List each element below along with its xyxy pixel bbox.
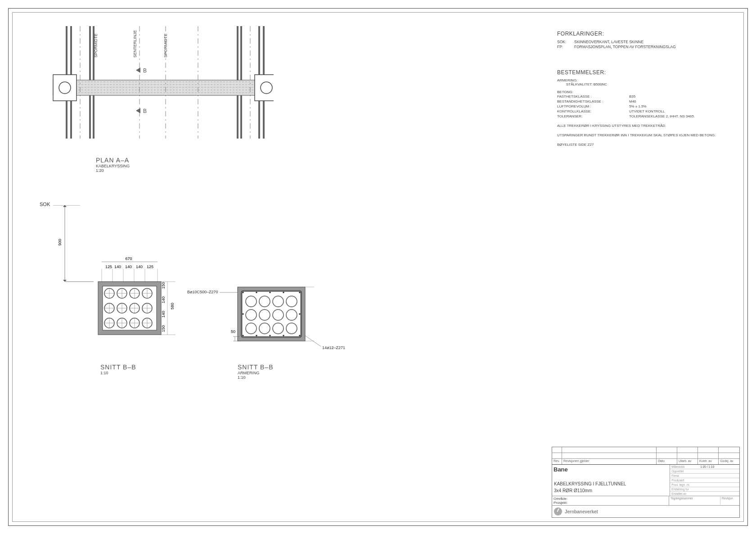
svg-point-95 [269,292,271,293]
plan-view: B B SPORMIDTE SENTERLINJE SPORMIDTE [40,26,274,139]
forklaringer-heading: FORKLARINGER: [557,31,746,37]
svg-rect-8 [53,80,274,95]
svg-text:50: 50 [231,329,235,334]
svg-text:140: 140 [114,265,121,269]
svg-point-105 [246,296,256,307]
drawing-title-2: 3x4 RØR Ø110mm [552,487,670,494]
svg-rect-14 [53,75,76,101]
svg-point-113 [246,323,256,334]
rebar-label-left: Bø10C500–Z270 [187,290,218,294]
svg-text:670: 670 [125,256,132,261]
svg-text:140: 140 [125,265,132,269]
jernbaneverket-logo-icon [554,507,562,516]
plan-title-block: PLAN A–A KABELKRYSSING 1:20 [96,157,130,173]
svg-text:150: 150 [161,282,166,289]
title-block: Rev. Revisjonen gjelder Dato Utarb. av K… [552,447,740,518]
svg-marker-23 [136,67,140,73]
svg-point-110 [259,310,270,320]
svg-text:150: 150 [161,325,166,332]
svg-point-104 [299,313,301,315]
sheet-outer-border: B B SPORMIDTE SENTERLINJE SPORMIDTE PLAN… [8,8,748,526]
svg-point-107 [273,296,284,307]
org-name: Jernbaneverket [565,509,598,514]
svg-text:900: 900 [58,239,62,246]
svg-point-116 [286,323,297,334]
svg-text:140: 140 [161,311,166,318]
svg-text:580: 580 [170,303,175,310]
bane-label: Bane [552,465,670,474]
svg-rect-16 [255,75,274,101]
svg-point-112 [286,310,297,320]
svg-text:140: 140 [136,265,143,269]
svg-point-101 [283,335,284,337]
svg-marker-29 [63,280,67,282]
svg-marker-28 [63,205,67,207]
section-bb-right: 50 Bø10C500–Z270 14ø12–Z271 [220,283,355,361]
svg-point-102 [299,335,301,337]
svg-point-108 [286,296,297,307]
section-bb-right-title: SNITT B–B ARMERING 1:10 [238,363,274,380]
svg-point-115 [273,323,284,334]
svg-point-109 [246,310,256,320]
axis-label: SPORMIDTE [163,33,168,58]
notes-panel: FORKLARINGER: SOK:SKINNEOVERKANT, LAVEST… [557,31,746,147]
svg-text:125: 125 [105,265,112,269]
plan-scale: 1:20 [96,168,130,173]
section-marker: B [143,108,147,114]
plan-title: PLAN A–A [96,157,130,164]
axis-label: SENTERLINJE [133,30,137,58]
svg-point-100 [269,335,271,337]
svg-point-111 [273,310,284,320]
prosjekt-label: Prosjekt: [554,501,667,505]
svg-point-99 [256,335,257,337]
svg-marker-24 [136,108,140,113]
svg-point-97 [299,292,301,293]
svg-text:125: 125 [147,265,153,269]
svg-point-94 [256,292,257,293]
section-marker: B [143,67,147,74]
svg-point-103 [242,313,244,315]
plan-subtitle: KABELKRYSSING [96,164,130,168]
svg-point-96 [283,292,284,293]
svg-text:140: 140 [161,296,166,303]
sheet-inner-border: B B SPORMIDTE SENTERLINJE SPORMIDTE PLAN… [12,12,744,522]
svg-point-106 [259,296,270,307]
rebar-label-right: 14ø12–Z271 [322,346,345,350]
svg-point-93 [242,292,244,293]
axis-label: SPORMIDTE [94,33,98,58]
section-bb-left: 670 125 140 140 140 125 [71,256,188,360]
drawing-title-1: KABELKRYSSING I FJELLTUNNEL [552,480,670,487]
svg-point-98 [242,335,244,337]
svg-point-114 [259,323,270,334]
section-bb-left-title: SNITT B–B 1:10 [100,363,136,375]
omrade-label: Område: [554,497,667,501]
bestemmelser-heading: BESTEMMELSER: [557,69,746,76]
